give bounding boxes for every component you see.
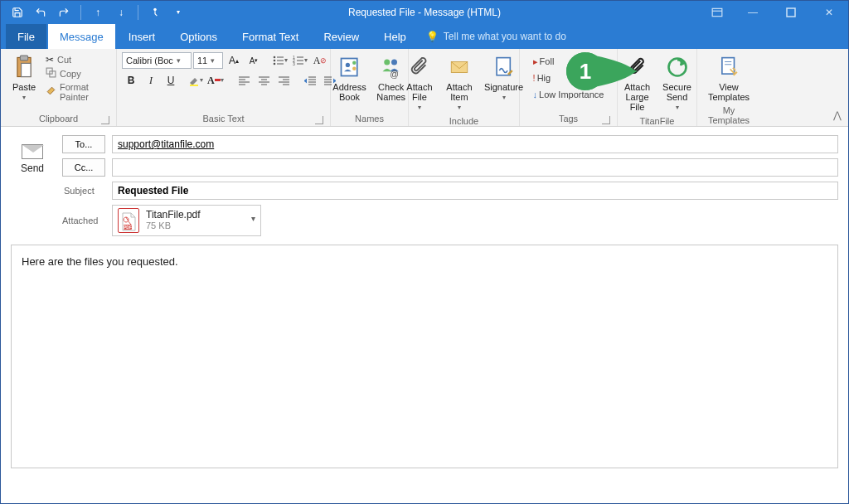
format-painter-button[interactable]: Format Painter (46, 82, 111, 102)
scissors-icon: ✂ (46, 54, 54, 65)
exclamation-icon: ! (533, 73, 536, 83)
paste-label: Paste (12, 82, 36, 92)
attach-file-button[interactable]: Attach File▾ (401, 52, 438, 114)
svg-text:3: 3 (293, 61, 295, 65)
paste-icon (11, 54, 37, 80)
check-names-icon: @ (378, 54, 405, 80)
view-templates-button[interactable]: View Templates (705, 52, 753, 104)
group-tags-label: Tags (559, 114, 578, 124)
group-tags: ▸Foll !Hig ↓Low Importance Tags (520, 49, 618, 126)
decrease-indent-button[interactable] (301, 72, 319, 89)
arrow-down-icon: ↓ (533, 90, 538, 99)
save-icon[interactable] (7, 2, 27, 22)
bold-button[interactable]: B (122, 72, 140, 89)
svg-point-45 (352, 67, 356, 70)
follow-up-button[interactable]: ▸Foll (531, 54, 606, 69)
qat-customize-icon[interactable]: ▾ (168, 2, 188, 22)
font-color-button[interactable]: A▾ (206, 72, 225, 89)
collapse-ribbon-icon[interactable]: ⋀ (833, 109, 842, 121)
secure-send-icon (664, 54, 691, 80)
svg-point-51 (668, 59, 686, 76)
dialog-launcher-icon[interactable] (101, 116, 109, 124)
flag-icon: ▸ (533, 56, 538, 67)
font-size-combo[interactable]: 11▾ (193, 52, 223, 69)
group-basic-text: Calibri (Boc▾ 11▾ A▴ A▾ ▾ 123▾ A⊘ B I U … (117, 49, 331, 126)
up-arrow-icon[interactable]: ↑ (88, 2, 108, 22)
svg-point-9 (274, 56, 276, 59)
quick-access-toolbar: ↑ ↓ ▾ (1, 2, 188, 22)
tab-file[interactable]: File (6, 24, 46, 49)
cc-button[interactable]: Cc... (62, 158, 105, 177)
align-left-button[interactable] (235, 72, 253, 89)
highlight-button[interactable]: ▾ (187, 72, 205, 89)
svg-point-46 (384, 59, 390, 65)
secure-send-button[interactable]: Secure Send▾ (659, 52, 696, 114)
chevron-down-icon[interactable]: ▾ (251, 214, 255, 223)
copy-button[interactable]: Copy (46, 67, 111, 80)
lightbulb-icon: 💡 (426, 31, 439, 42)
group-names: Address Book @ Check Names Names (331, 49, 409, 126)
cc-field[interactable] (112, 158, 838, 177)
clear-formatting-button[interactable]: A⊘ (311, 52, 329, 69)
redo-icon[interactable] (54, 2, 74, 22)
tab-options[interactable]: Options (168, 24, 229, 49)
paperclip-large-icon (624, 54, 651, 80)
svg-rect-6 (22, 63, 32, 76)
ribbon-display-icon[interactable] (701, 1, 734, 24)
svg-point-47 (391, 59, 397, 65)
subject-field[interactable] (112, 182, 838, 200)
align-center-button[interactable] (255, 72, 273, 89)
minimize-button[interactable]: ― (734, 1, 772, 24)
window-controls: ― ✕ (701, 1, 848, 24)
tab-message[interactable]: Message (48, 24, 115, 49)
tab-insert[interactable]: Insert (117, 24, 167, 49)
group-my-templates-label: My Templates (708, 105, 750, 125)
address-book-button[interactable]: Address Book (329, 52, 369, 104)
templates-icon (716, 54, 742, 80)
svg-rect-50 (497, 58, 510, 75)
to-button[interactable]: To... (62, 135, 105, 153)
cut-button[interactable]: ✂Cut (46, 54, 111, 65)
attachment-name: TitanFile.pdf (146, 210, 201, 220)
tell-me-search[interactable]: 💡 Tell me what you want to do (426, 24, 566, 49)
group-titanfile: Attach Large File Secure Send▾ TitanFile (618, 49, 697, 126)
close-button[interactable]: ✕ (810, 1, 848, 24)
attach-item-button[interactable]: Attach Item▾ (441, 52, 478, 114)
paintbrush-icon (46, 85, 56, 99)
tab-format-text[interactable]: Format Text (230, 24, 310, 49)
italic-button[interactable]: I (142, 72, 160, 89)
to-field[interactable] (112, 135, 838, 153)
tab-help[interactable]: Help (372, 24, 418, 49)
underline-button[interactable]: U (162, 72, 180, 89)
chevron-down-icon: ▾ (22, 93, 26, 103)
attachment-chip[interactable]: PDF TitanFile.pdf 75 KB ▾ (112, 205, 261, 236)
signature-icon (491, 54, 517, 80)
group-my-templates: View Templates My Templates (697, 49, 760, 126)
maximize-button[interactable] (772, 1, 810, 24)
svg-text:@: @ (390, 69, 399, 79)
tab-review[interactable]: Review (312, 24, 371, 49)
touch-mode-icon[interactable] (145, 2, 165, 22)
title-bar: ↑ ↓ ▾ Requested File - Message (HTML) ― … (1, 1, 848, 24)
svg-point-43 (345, 63, 349, 67)
high-importance-button[interactable]: !Hig (531, 70, 606, 85)
undo-icon[interactable] (31, 2, 51, 22)
svg-text:PDF: PDF (124, 225, 132, 230)
send-button[interactable]: Send (12, 136, 52, 182)
message-body[interactable]: Here are the files you requested. (11, 245, 838, 468)
align-right-button[interactable] (274, 72, 293, 89)
bullets-button[interactable]: ▾ (271, 52, 289, 69)
svg-point-13 (274, 63, 276, 65)
paste-button[interactable]: Paste ▾ (6, 52, 42, 104)
numbering-button[interactable]: 123▾ (291, 52, 309, 69)
down-arrow-icon[interactable]: ↓ (111, 2, 131, 22)
grow-font-button[interactable]: A▴ (225, 52, 243, 69)
dialog-launcher-icon[interactable] (602, 116, 610, 124)
svg-rect-5 (20, 56, 27, 61)
shrink-font-button[interactable]: A▾ (245, 52, 263, 69)
low-importance-button[interactable]: ↓Low Importance (531, 87, 606, 102)
group-titanfile-label: TitanFile (640, 116, 675, 126)
attach-large-file-button[interactable]: Attach Large File (619, 52, 656, 114)
font-name-combo[interactable]: Calibri (Boc▾ (122, 52, 192, 69)
dialog-launcher-icon[interactable] (315, 116, 323, 124)
